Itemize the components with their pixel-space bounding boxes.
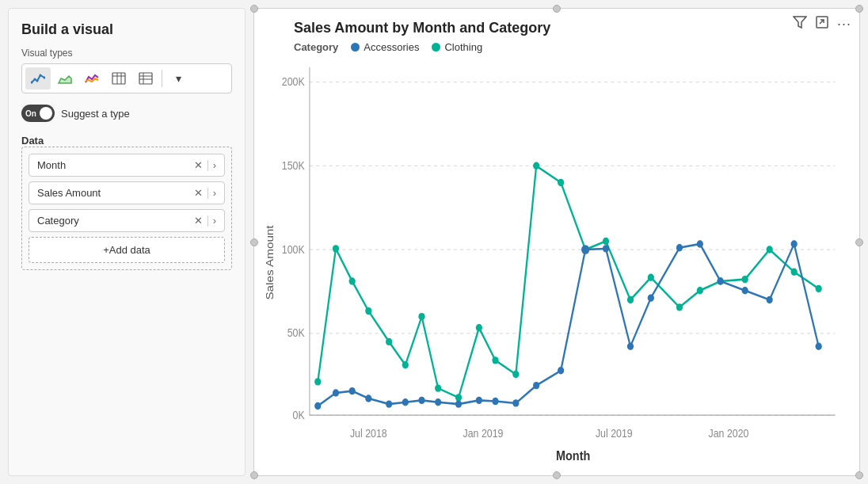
build-visual-panel: Build a visual Visual types [8,8,246,476]
field-sales-divider [207,188,208,199]
expand-icon[interactable] [815,15,829,32]
field-category: Category ✕ › [29,209,225,232]
field-month-label: Month [37,159,194,171]
handle-bottom-mid[interactable] [553,471,561,479]
clothing-dot [432,43,440,51]
suggest-type-toggle[interactable]: On [21,105,55,122]
svg-marker-14 [794,17,806,28]
chart-area: Sales Amount 200K 150K 100K 50K 0K Ju [262,58,851,467]
svg-text:Jan 2019: Jan 2019 [463,428,504,440]
field-month-expand[interactable]: › [213,159,216,171]
filter-icon[interactable] [793,15,807,32]
svg-point-61 [365,394,371,402]
y-axis-label: Sales Amount [264,225,276,299]
field-category-remove[interactable]: ✕ [194,215,203,227]
handle-top-mid[interactable] [553,5,561,13]
svg-point-69 [512,399,519,406]
svg-point-50 [648,274,654,281]
svg-point-35 [349,277,356,284]
svg-point-42 [476,324,482,331]
field-month-remove[interactable]: ✕ [194,159,203,171]
svg-text:0K: 0K [293,409,305,421]
field-sales-amount: Sales Amount ✕ › [29,181,225,204]
svg-point-68 [492,398,498,405]
handle-mid-right[interactable] [855,238,863,246]
handle-bottom-left[interactable] [250,471,258,479]
field-sales-expand[interactable]: › [213,187,216,199]
data-section-label: Data [21,135,232,147]
svg-text:50K: 50K [287,327,305,340]
svg-point-74 [627,343,634,350]
svg-point-43 [492,356,498,364]
field-month-divider [207,160,208,171]
visual-types-section: Visual types [21,48,232,93]
svg-point-37 [386,338,392,345]
svg-point-51 [676,303,683,311]
svg-point-60 [349,387,356,394]
visual-types-label: Visual types [21,48,232,59]
legend-clothing: Clothing [432,41,482,53]
legend-accessories: Accessories [351,41,419,53]
more-options-icon[interactable]: ··· [837,17,851,31]
visual-type-area[interactable] [52,67,78,90]
chart-toolbar: ··· [793,15,851,32]
svg-text:200K: 200K [282,76,305,89]
data-section: Data Month ✕ › Sales Amount ✕ › [21,131,232,270]
svg-point-38 [402,361,409,368]
svg-point-58 [314,402,321,410]
svg-text:Jul 2019: Jul 2019 [596,428,633,440]
handle-mid-left[interactable] [250,238,258,246]
svg-point-77 [697,240,703,247]
field-sales-remove[interactable]: ✕ [194,187,203,199]
visual-type-table[interactable] [106,67,131,90]
svg-point-56 [791,269,798,276]
svg-point-67 [476,397,482,404]
svg-point-75 [648,294,654,301]
app-container: Build a visual Visual types [0,0,868,484]
visual-type-line[interactable] [25,67,51,90]
visual-type-matrix[interactable] [133,67,158,90]
svg-point-72 [581,245,589,254]
svg-point-2 [36,80,39,82]
accessories-label: Accessories [364,41,419,53]
svg-point-59 [333,389,339,396]
handle-top-left[interactable] [250,5,258,13]
svg-point-70 [533,382,539,389]
svg-point-81 [791,240,798,247]
svg-text:150K: 150K [282,159,305,172]
toggle-on-label: On [25,109,36,118]
x-axis-label: Month [556,448,590,463]
svg-point-40 [435,384,441,391]
svg-point-79 [742,287,748,294]
svg-text:Jan 2020: Jan 2020 [709,428,749,440]
field-category-expand[interactable]: › [213,215,216,227]
svg-point-44 [512,371,519,378]
visual-types-more-button[interactable]: ▾ [166,67,191,90]
svg-marker-5 [59,76,71,83]
chart-panel: ··· Sales Amount by Month and Category C… [253,8,860,476]
svg-point-55 [767,246,773,253]
svg-point-36 [365,307,371,314]
field-sales-actions: ✕ › [194,187,216,199]
svg-text:100K: 100K [282,243,305,256]
field-category-actions: ✕ › [194,215,216,227]
svg-point-80 [767,296,773,303]
svg-point-52 [697,287,703,294]
svg-point-54 [742,276,748,283]
handle-bottom-right[interactable] [855,471,863,479]
svg-point-46 [558,179,564,186]
handle-top-right[interactable] [855,5,863,13]
svg-point-66 [455,400,462,407]
add-data-button[interactable]: +Add data [29,237,225,263]
visual-type-multiline[interactable] [79,67,105,90]
svg-point-33 [314,378,321,385]
accessories-dot [351,43,360,51]
chart-title: Sales Amount by Month and Category [254,9,859,40]
svg-point-62 [386,400,392,407]
svg-point-76 [676,244,683,251]
svg-point-71 [558,367,564,374]
svg-point-73 [603,245,609,252]
svg-point-63 [402,398,409,406]
toggle-circle [40,107,52,120]
svg-point-39 [418,313,424,320]
